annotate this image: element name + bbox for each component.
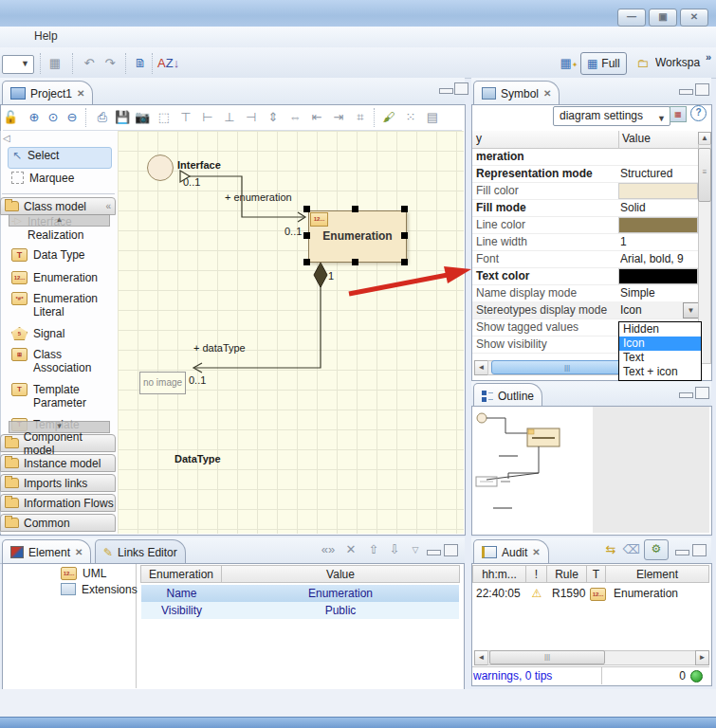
pin-collapse-icon[interactable]: « [105,201,111,211]
value-column-header[interactable]: Value [622,132,651,145]
audit-status-link[interactable]: warnings, 0 tips [473,669,598,682]
tab-project1[interactable]: Project1 ✕ [2,81,93,105]
property-row[interactable]: FontArial, bold, 9 [472,250,698,268]
toolbar-combo[interactable]: ▼ [2,55,34,74]
enumeration-node[interactable]: 12... Enumeration [308,210,407,263]
minimize-element-icon[interactable] [427,550,441,555]
close-tab-icon[interactable]: ✕ [532,547,540,557]
swap-arrows-icon[interactable]: ⇆ [601,540,620,559]
tree-item-uml[interactable]: 12... UML [61,567,106,580]
palette-item-enumeration[interactable]: 12... Enumeration [11,271,98,284]
tab-audit[interactable]: Audit ✕ [473,539,549,564]
tree-item-extensions[interactable]: Extensions [61,583,138,596]
minimize-window-icon[interactable]: — [617,9,646,27]
palette-item-enumeration-literal[interactable]: *#* Enumeration Literal [11,292,98,318]
palette-item-signal[interactable]: 5 Signal [11,327,64,340]
move-up-icon[interactable]: ⇧ [364,540,383,559]
delete-icon[interactable]: ✕ [341,540,360,559]
property-row[interactable]: Line color [472,216,698,234]
eraser-icon[interactable]: ⌫ [622,540,641,559]
audit-col-type[interactable]: T [586,565,606,583]
palette-item-class-association[interactable]: ⊞ Class Association [11,348,91,374]
maximize-audit-icon[interactable] [692,544,707,556]
selection-handle[interactable] [303,259,310,265]
property-row[interactable]: meration [472,148,698,166]
palette-drawer-component-model[interactable]: Component model [0,434,116,452]
zoom-in-icon[interactable]: ⊕ [25,108,44,127]
audit-col-rule[interactable]: Rule [546,565,587,583]
palette-tool-select[interactable]: ↖ Select [8,147,112,169]
outline-thumbnail[interactable] [472,407,593,533]
collapse-palette-icon[interactable]: ◁ [3,133,10,143]
maximize-editor-icon[interactable] [454,82,468,95]
menu-help[interactable]: Help [34,29,58,43]
align-bottom-icon[interactable]: ⊥ [220,108,239,127]
close-tab-icon[interactable]: ✕ [543,88,551,99]
align-right-icon[interactable]: ⊣ [242,108,261,127]
maximize-window-icon[interactable]: ▣ [649,9,677,27]
property-row[interactable]: Line width1 [472,233,698,251]
minimize-symbol-icon[interactable] [679,89,693,95]
property-row[interactable]: Text color [472,267,698,285]
selection-handle[interactable] [352,259,358,265]
dropdown-option-text-icon[interactable]: Text + icon [619,365,701,379]
maximize-symbol-icon[interactable] [695,83,709,96]
element-row-name[interactable]: Name Enumeration [141,585,459,602]
dropdown-option-icon[interactable]: Icon [619,337,701,351]
property-row-stereotypes[interactable]: Stereotypes display mode Icon ▼ [472,301,698,319]
distribute-vertical-icon[interactable]: ⇕ [264,108,283,127]
document-icon[interactable]: 🗎 [131,54,150,73]
palette-item-data-type[interactable]: T Data Type [11,248,84,262]
diagram-settings-combo[interactable]: ▼ diagram settings [553,106,670,126]
minimize-editor-icon[interactable] [439,88,453,94]
property-row[interactable]: Fill color [472,182,698,200]
match-height-icon[interactable]: ⇥ [329,108,348,127]
distribute-horizontal-icon[interactable]: ⇔ [285,108,304,127]
scroll-left-icon[interactable]: ◄ [474,650,488,665]
redo-icon[interactable]: ↷ [101,54,119,73]
text-color-swatch[interactable] [618,268,698,284]
align-left-icon[interactable]: ⊢ [198,108,217,127]
run-audit-gears-icon[interactable]: ⚙ [644,539,669,560]
dropdown-arrow-icon[interactable]: ▼ [683,302,699,318]
element-row-visibility[interactable]: Visibility Public [141,602,459,619]
audit-scrollbar-thumb[interactable]: ||| [489,650,605,664]
tab-symbol[interactable]: Symbol ✕ [473,81,560,105]
move-down-icon[interactable]: ⇩ [385,540,404,559]
element-col2-header[interactable]: Value [221,565,460,583]
multiplicity-label[interactable]: 1 [328,270,334,282]
grid-icon[interactable]: ⁙ [401,108,420,127]
selection-handle[interactable] [401,259,408,265]
marquee-tool-icon[interactable]: ⬚ [155,108,174,127]
scroll-right-icon[interactable]: ► [695,650,709,665]
sort-az-icon[interactable]: AZ↓ [157,54,176,73]
selection-handle[interactable] [303,232,310,239]
palette-tool-marquee[interactable]: Marquee [11,172,74,185]
fill-color-swatch[interactable] [618,183,698,199]
print-icon[interactable]: ⎙ [93,108,112,127]
palette-drawer-instance-model[interactable]: Instance model [0,454,116,472]
table-settings-icon[interactable]: ▦ [670,106,687,122]
palette-drawer-class-model[interactable]: Class model « [0,197,116,215]
help-icon[interactable]: ? [690,105,707,121]
model-explorer-icon[interactable]: ▦ [46,54,64,73]
audit-col-element[interactable]: Element [605,565,709,583]
selection-handle[interactable] [401,232,408,239]
dropdown-option-text[interactable]: Text [619,351,701,365]
tab-outline[interactable]: Outline [473,383,542,408]
property-column-header[interactable]: y [476,132,482,145]
close-tab-icon[interactable]: ✕ [75,547,83,557]
minimize-audit-icon[interactable] [675,550,689,555]
element-col1-header[interactable]: Enumeration [140,565,222,583]
undo-icon[interactable]: ↶ [80,54,99,73]
save-icon[interactable]: 💾 [113,108,132,127]
role-datatype-label[interactable]: + dataType [193,342,246,354]
palette-drawer-imports-links[interactable]: Imports links [0,474,116,492]
close-window-icon[interactable]: ✕ [680,9,708,27]
selection-handle[interactable] [303,206,310,212]
datatype-name-label[interactable]: DataType [174,453,221,464]
maximize-element-icon[interactable] [444,544,458,556]
multiplicity-label[interactable]: 0..1 [189,374,206,386]
vertical-scrollbar-thumb[interactable]: ≡ [698,148,711,202]
full-perspective-button[interactable]: ▦ Full [580,52,627,75]
